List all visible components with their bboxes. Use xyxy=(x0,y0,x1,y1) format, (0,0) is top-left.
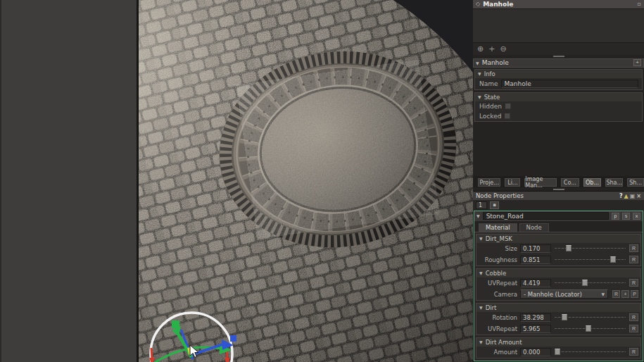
application-window: ◇ Manhole ▫ ⊕ + ⊖ ▼ Manhole + ▼ Info xyxy=(0,0,644,362)
property-label: Size xyxy=(476,245,520,252)
property-slider[interactable] xyxy=(555,348,626,356)
remove-item-icon[interactable]: ⊖ xyxy=(500,45,506,53)
property-value-field[interactable]: 0.170 xyxy=(520,244,551,253)
slider-handle[interactable] xyxy=(586,325,591,332)
tab-light[interactable]: Li... xyxy=(505,178,520,187)
add-attribute-button[interactable]: + xyxy=(633,59,641,66)
add-reference-button[interactable]: + xyxy=(621,290,629,298)
collapse-triangle-icon[interactable]: ▼ xyxy=(478,94,481,99)
item-type-icon: ◇ xyxy=(476,1,480,7)
sphere-object xyxy=(139,0,473,362)
property-slider[interactable] xyxy=(555,325,626,333)
state-group-header[interactable]: ▼ State xyxy=(475,93,642,101)
collapse-triangle-icon[interactable]: ▼ xyxy=(479,305,483,310)
tab-shelf[interactable]: Sh... xyxy=(627,178,644,187)
window-icon[interactable]: ▣ xyxy=(630,193,636,199)
material-node-panel: ▼ Stone_Road p s x Material Node ▼ Dirt_… xyxy=(474,211,643,361)
group-header[interactable]: ▼ Dirt Amount xyxy=(476,338,640,347)
reset-button[interactable]: R xyxy=(629,348,638,356)
add-item-icon[interactable]: ⊕ xyxy=(477,45,484,53)
slider-handle[interactable] xyxy=(582,280,588,286)
name-label: Name xyxy=(479,80,498,87)
property-label: Roughness xyxy=(476,256,520,263)
group-title: Dirt Amount xyxy=(486,339,522,346)
property-row-uvrepeat-dirt: UVRepeat 5.965 R xyxy=(476,323,640,335)
group-header[interactable]: ▼ Cobble xyxy=(476,269,640,277)
link-item-icon[interactable]: + xyxy=(488,45,495,53)
camera-dropdown[interactable]: - Manhole (Locator) ▼ xyxy=(520,289,608,299)
property-row-camera: Camera - Manhole (Locator) ▼ R + P xyxy=(476,289,640,300)
property-slider[interactable] xyxy=(555,256,626,264)
attribute-item-header[interactable]: ▼ Manhole + xyxy=(473,58,644,68)
material-node-name[interactable]: Stone_Road xyxy=(483,212,609,220)
group-title: Dirt xyxy=(486,304,497,311)
tab-node[interactable]: Node xyxy=(519,223,549,232)
name-row: Name Manhole xyxy=(475,78,642,89)
property-value-field[interactable]: 0.000 xyxy=(520,348,551,356)
locked-checkbox[interactable] xyxy=(504,113,510,119)
collapse-triangle-icon[interactable]: ▼ xyxy=(479,339,483,344)
collapse-triangle-icon[interactable]: ▼ xyxy=(476,213,480,218)
solo-button[interactable]: s xyxy=(622,213,630,220)
tab-image-manager[interactable]: Image Man... xyxy=(524,178,557,187)
tab-objects[interactable]: Ob... xyxy=(583,178,602,187)
tab-project[interactable]: Proje... xyxy=(478,178,500,187)
scene-browser-list[interactable] xyxy=(473,9,644,43)
gizmo-green-handle[interactable] xyxy=(172,320,179,328)
panel-tab-bar: Proje... Li... Image Man... Co... Ob... … xyxy=(473,176,644,187)
node-count-field[interactable]: 1 xyxy=(476,201,487,209)
property-slider[interactable] xyxy=(555,244,626,253)
reset-button[interactable]: R xyxy=(629,256,638,263)
panel-menu-icon[interactable]: ▫ xyxy=(638,1,641,7)
property-row-size: Size 0.170 R xyxy=(476,243,640,254)
tab-material[interactable]: Material xyxy=(479,223,517,232)
property-value-field[interactable]: 4.419 xyxy=(520,279,551,287)
slider-handle[interactable] xyxy=(566,245,572,251)
collapse-triangle-icon[interactable]: ▼ xyxy=(479,270,483,275)
tab-shading[interactable]: Sha... xyxy=(605,178,623,187)
material-node-header[interactable]: ▼ Stone_Road p s x xyxy=(474,211,643,221)
group-dirt: ▼ Dirt Rotation 38.298 R UVRepeat 5.965 … xyxy=(476,303,641,335)
group-header[interactable]: ▼ Dirt_MSK xyxy=(476,235,640,243)
material-tab-bar: Material Node xyxy=(474,221,643,232)
viewport-render xyxy=(139,0,473,362)
group-title: Cobble xyxy=(486,270,507,277)
remove-button[interactable]: x xyxy=(633,213,640,220)
reset-button[interactable]: R xyxy=(612,290,620,298)
pin-button[interactable]: p xyxy=(612,213,619,220)
slider-handle[interactable] xyxy=(610,256,616,263)
scene-browser-title: Manhole xyxy=(483,1,513,8)
close-icon[interactable]: × xyxy=(636,193,641,199)
group-title: Dirt_MSK xyxy=(486,235,512,242)
slider-handle[interactable] xyxy=(555,349,560,355)
hidden-checkbox[interactable] xyxy=(505,103,511,109)
property-slider[interactable] xyxy=(555,279,626,287)
group-header[interactable]: ▼ Dirt xyxy=(476,304,640,312)
viewport-3d[interactable] xyxy=(139,0,473,362)
pick-button[interactable]: P xyxy=(631,290,638,298)
help-icon[interactable]: ? xyxy=(619,193,623,199)
info-group-header[interactable]: ▼ Info xyxy=(475,70,642,78)
slider-handle[interactable] xyxy=(562,314,567,320)
left-collapsed-panel[interactable] xyxy=(0,0,139,362)
collapse-triangle-icon[interactable]: ▼ xyxy=(476,61,479,65)
reset-button[interactable]: R xyxy=(629,325,638,332)
tab-content[interactable]: Co... xyxy=(561,178,579,187)
reset-button[interactable]: R xyxy=(629,313,638,321)
warning-icon[interactable]: ▲ xyxy=(624,193,629,199)
property-slider[interactable] xyxy=(555,313,626,322)
info-group-title: Info xyxy=(484,70,495,77)
node-properties-title: Node Properties xyxy=(476,192,524,199)
property-label: UVRepeat xyxy=(476,325,520,332)
property-value-field[interactable]: 0.851 xyxy=(520,256,551,264)
collapse-triangle-icon[interactable]: ▼ xyxy=(479,236,483,241)
reset-button[interactable]: R xyxy=(629,279,638,287)
collapse-triangle-icon[interactable]: ▼ xyxy=(478,71,481,76)
reset-button[interactable]: R xyxy=(629,244,638,252)
pin-node-button[interactable]: ▪ xyxy=(490,201,499,209)
property-value-field[interactable]: 5.965 xyxy=(520,325,551,333)
property-value-field[interactable]: 38.298 xyxy=(520,313,551,322)
name-input[interactable]: Manhole xyxy=(501,80,638,88)
gizmo-blue-handle[interactable] xyxy=(230,335,236,342)
property-row-roughness: Roughness 0.851 R xyxy=(476,254,640,266)
